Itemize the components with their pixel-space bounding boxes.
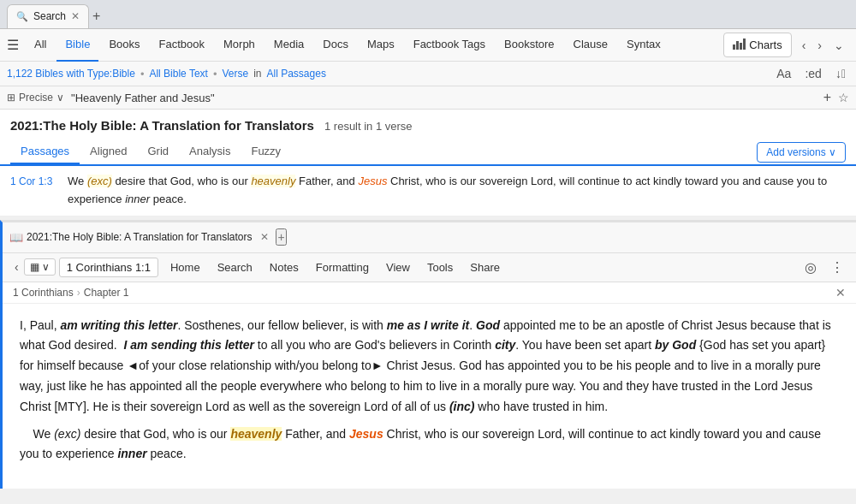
bible-panel-add-button[interactable]: + <box>276 228 286 246</box>
tab-fuzzy[interactable]: Fuzzy <box>241 139 291 164</box>
verse-reference[interactable]: 1 Cor 1:3 <box>10 174 57 190</box>
precise-label: Precise <box>19 92 53 104</box>
nav-item-clause[interactable]: Clause <box>565 29 616 62</box>
bible-menu-view[interactable]: View <box>377 256 419 279</box>
version-icon: ▦ <box>30 261 39 273</box>
bible-back-arrow[interactable]: ‹ <box>9 257 24 277</box>
bible-actions: ◎ ⋮ <box>800 256 849 279</box>
nav-item-morph[interactable]: Morph <box>215 29 264 62</box>
nav-item-factbook[interactable]: Factbook <box>151 29 213 62</box>
verse-result-row: 1 Cor 1:3 We (exc) desire that God, who … <box>0 166 856 216</box>
add-versions-button[interactable]: Add versions ∨ <box>757 142 846 163</box>
precise-filter[interactable]: ⊞ Precise ∨ <box>7 92 64 104</box>
breadcrumb-separator-icon: › <box>77 287 80 299</box>
charts-label: Charts <box>749 39 782 51</box>
breadcrumb-part2[interactable]: Chapter 1 <box>84 287 129 299</box>
results-title: 2021:The Holy Bible: A Translation for T… <box>10 118 846 133</box>
star-button[interactable]: ☆ <box>838 91 849 104</box>
hamburger-menu-icon[interactable]: ☰ <box>7 37 19 53</box>
verse-text-before: We <box>68 175 87 187</box>
results-tabs-row: Passages Aligned Grid Analysis Fuzzy Add… <box>10 139 846 164</box>
bible-panel-icon: 📖 <box>9 231 23 244</box>
tab-grid[interactable]: Grid <box>137 139 179 164</box>
nav-item-maps[interactable]: Maps <box>359 29 403 62</box>
search-options-bar: 1,122 Bibles with Type:Bible • All Bible… <box>0 62 856 86</box>
charts-button[interactable]: Charts <box>723 33 791 57</box>
search-tab-icon: 🔍 <box>16 11 28 22</box>
nav-arrows: ‹ › ⌄ <box>797 35 849 56</box>
down-arrow[interactable]: ⌄ <box>829 35 849 56</box>
search-tab-label: Search <box>33 10 66 22</box>
version-chevron-icon: ∨ <box>42 261 50 273</box>
verse-jesus: Jesus <box>358 175 387 187</box>
chapter-label: 1 Corinthians 1:1 <box>67 261 151 274</box>
filter-bar: ⊞ Precise ∨ "Heavenly Father and Jesus" … <box>0 86 856 110</box>
bible-panel: 📖 2021:The Holy Bible: A Translation for… <box>0 220 856 489</box>
bible-paragraph-2: We (exc) desire that God, who is our hea… <box>20 424 839 465</box>
nav-item-syntax[interactable]: Syntax <box>618 29 669 62</box>
results-section: 2021:The Holy Bible: A Translation for T… <box>0 110 856 166</box>
bible-menu-tools[interactable]: Tools <box>419 256 461 279</box>
nav-item-docs[interactable]: Docs <box>314 29 357 62</box>
search-options-right: Aa :ed ↓⃝ <box>773 65 849 82</box>
nav-item-bookstore[interactable]: Bookstore <box>496 29 563 62</box>
tab-analysis[interactable]: Analysis <box>179 139 241 164</box>
filter-query: "Heavenly Father and Jesus" <box>71 92 214 104</box>
filter-icon: ⊞ <box>7 92 15 104</box>
bible-menu-share[interactable]: Share <box>461 256 508 279</box>
results-count: 1 result in 1 verse <box>324 120 413 133</box>
nav-items: All Bible Books Factbook Morph Media Doc… <box>26 29 723 62</box>
sep2: • <box>213 68 217 80</box>
search-tab-close[interactable]: ✕ <box>71 10 80 22</box>
nav-item-books[interactable]: Books <box>100 29 148 62</box>
verse-text5: peace. <box>150 193 187 205</box>
search-tab[interactable]: 🔍 Search ✕ <box>7 4 89 28</box>
forward-arrow[interactable]: › <box>812 35 827 56</box>
download-icon[interactable]: ↓⃝ <box>832 65 849 82</box>
chapter-selector[interactable]: 1 Corinthians 1:1 <box>59 258 158 277</box>
verse-text3: Father, and <box>295 175 358 187</box>
edit-icon[interactable]: :ed <box>801 65 824 82</box>
breadcrumb-close-button[interactable]: ✕ <box>835 286 846 299</box>
font-size-icon[interactable]: Aa <box>773 65 794 82</box>
bible-count[interactable]: 1,122 Bibles with Type:Bible <box>7 68 135 80</box>
bible-paragraph-1: I, Paul, am writing this letter. Sosthen… <box>20 316 839 418</box>
nav-item-all[interactable]: All <box>26 29 55 62</box>
new-tab-button[interactable]: + <box>92 9 100 23</box>
results-tabs: Passages Aligned Grid Analysis Fuzzy <box>10 139 291 164</box>
all-passages-link[interactable]: All Passages <box>267 68 326 80</box>
breadcrumb-part1[interactable]: 1 Corinthians <box>13 287 74 299</box>
back-arrow[interactable]: ‹ <box>797 35 811 56</box>
precise-chevron: ∨ <box>56 92 64 104</box>
bible-toolbar: ‹ ▦ ∨ 1 Corinthians 1:1 Home Search Note… <box>3 253 856 282</box>
bible-menu-notes[interactable]: Notes <box>261 256 307 279</box>
bible-panel-title: 2021:The Holy Bible: A Translation for T… <box>27 231 252 243</box>
nav-item-factbook-tags[interactable]: Factbook Tags <box>405 29 494 62</box>
add-filter-button[interactable]: + <box>823 90 831 105</box>
verse-text: We (exc) desire that God, who is our hea… <box>68 173 846 209</box>
bible-menu-home[interactable]: Home <box>162 256 209 279</box>
verse-inner: inner <box>125 193 150 205</box>
check-circle-icon[interactable]: ◎ <box>800 256 822 279</box>
version-selector[interactable]: ▦ ∨ <box>24 258 56 276</box>
verse-link[interactable]: Verse <box>222 68 248 80</box>
more-options-icon[interactable]: ⋮ <box>825 256 849 279</box>
nav-item-bible[interactable]: Bible <box>56 29 98 62</box>
bible-panel-header: 📖 2021:The Holy Bible: A Translation for… <box>3 222 856 253</box>
tab-aligned[interactable]: Aligned <box>80 139 137 164</box>
bar-chart-icon <box>733 38 746 52</box>
bible-panel-close-button[interactable]: ✕ <box>260 231 269 243</box>
verse-exc: (exc) <box>87 175 112 187</box>
all-bible-text-link[interactable]: All Bible Text <box>149 68 207 80</box>
verse-heavenly: heavenly <box>251 175 295 187</box>
bible-content: I, Paul, am writing this letter. Sosthen… <box>3 304 856 489</box>
sep1: • <box>140 68 145 80</box>
verse-text2: desire that God, who is our <box>112 175 252 187</box>
bible-menu-search[interactable]: Search <box>209 256 261 279</box>
nav-item-media[interactable]: Media <box>265 29 312 62</box>
breadcrumb: 1 Corinthians › Chapter 1 ✕ <box>3 282 856 304</box>
main-nav-bar: ☰ All Bible Books Factbook Morph Media D… <box>0 29 856 62</box>
bible-menu-formatting[interactable]: Formatting <box>307 256 377 279</box>
browser-tab-bar: 🔍 Search ✕ + <box>0 0 856 29</box>
tab-passages[interactable]: Passages <box>10 139 80 164</box>
